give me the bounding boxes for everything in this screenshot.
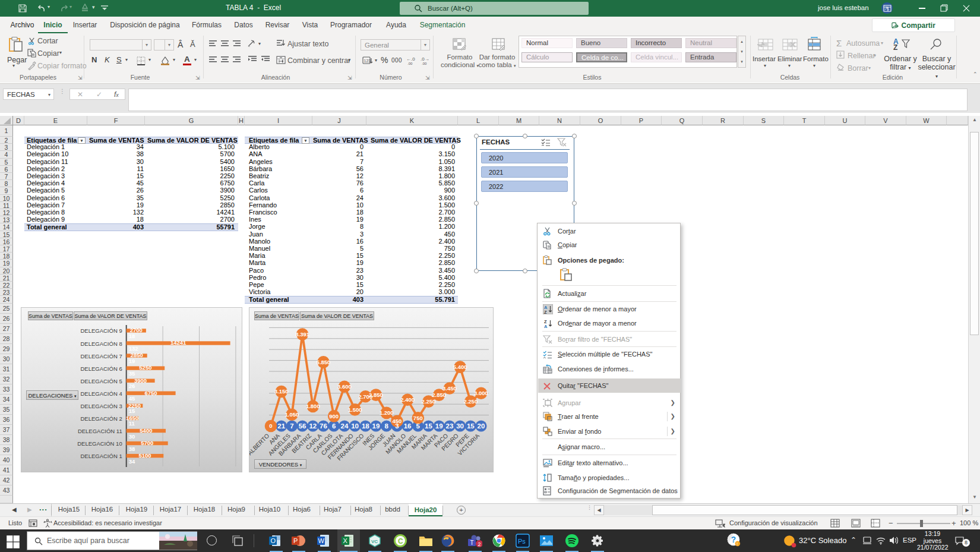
svg-text:DELEGACIÓN 8: DELEGACIÓN 8 (80, 340, 122, 347)
svg-text:W: W (318, 537, 325, 544)
svg-text:19: 19 (129, 358, 135, 364)
svg-text:56: 56 (299, 422, 306, 430)
svg-text:0: 0 (269, 422, 272, 429)
svg-text:26: 26 (129, 383, 135, 389)
svg-text:3.150: 3.150 (274, 388, 289, 395)
svg-text:2.400: 2.400 (400, 396, 415, 403)
svg-text:45: 45 (129, 395, 135, 402)
svg-text:3: 3 (395, 422, 399, 430)
svg-text:15: 15 (425, 422, 432, 430)
svg-text:18: 18 (129, 333, 135, 339)
svg-text:5250: 5250 (139, 364, 151, 371)
svg-text:O: O (271, 537, 276, 544)
svg-text:35: 35 (129, 370, 135, 377)
svg-text:DELEGACIÓN 3: DELEGACIÓN 3 (80, 403, 122, 409)
svg-text:Ps: Ps (518, 538, 526, 545)
svg-text:5100: 5100 (138, 452, 151, 459)
svg-text:2.250: 2.250 (463, 398, 478, 405)
svg-text:76: 76 (320, 422, 327, 430)
svg-text:6: 6 (332, 422, 336, 430)
svg-text:!: ! (736, 542, 738, 546)
svg-text:5: 5 (416, 422, 421, 430)
svg-text:DELEGACIÓN 7: DELEGACIÓN 7 (80, 353, 122, 359)
svg-text:DELEGACIÓN 11: DELEGACIÓN 11 (78, 428, 122, 434)
svg-text:2.850: 2.850 (432, 392, 446, 398)
svg-text:10: 10 (351, 422, 359, 430)
svg-text:14241: 14241 (170, 339, 186, 346)
svg-text:5.400: 5.400 (453, 364, 467, 370)
svg-text:DELEGACIÓN 9: DELEGACIÓN 9 (80, 327, 122, 334)
svg-text:1.200: 1.200 (380, 409, 394, 416)
svg-text:C: C (398, 537, 403, 545)
svg-text:1.500: 1.500 (348, 406, 362, 413)
svg-text:DELEGACIÓN 1: DELEGACIÓN 1 (80, 453, 122, 459)
svg-text:30: 30 (456, 422, 464, 430)
svg-text:123: 123 (364, 59, 371, 63)
svg-text:2: 2 (478, 541, 481, 547)
svg-text:5.850: 5.850 (317, 359, 331, 365)
svg-text:34: 34 (129, 458, 135, 465)
svg-text:19: 19 (435, 422, 443, 430)
svg-text:DELEGACIÓN 2: DELEGACIÓN 2 (80, 415, 122, 422)
svg-text:132: 132 (129, 345, 138, 352)
svg-text:6750: 6750 (145, 390, 157, 396)
svg-text:15: 15 (129, 408, 135, 414)
svg-text:19: 19 (372, 422, 380, 430)
svg-text:3900: 3900 (134, 377, 147, 384)
svg-text:8.391: 8.391 (295, 331, 309, 337)
svg-text:24: 24 (341, 422, 349, 430)
svg-text:23: 23 (446, 422, 454, 430)
svg-text:20: 20 (478, 422, 485, 430)
svg-text:3.450: 3.450 (442, 385, 457, 392)
svg-text:2.250: 2.250 (422, 398, 436, 405)
svg-text:750: 750 (413, 415, 423, 421)
svg-text:.00: .00 (407, 62, 413, 65)
svg-text:30: 30 (129, 433, 135, 440)
svg-text:15: 15 (467, 422, 475, 430)
svg-text:DELEGACIÓN 4: DELEGACIÓN 4 (80, 390, 122, 397)
svg-text:3.000: 3.000 (474, 390, 488, 396)
svg-text:21: 21 (277, 422, 285, 430)
svg-text:T: T (470, 540, 474, 546)
svg-text:16: 16 (404, 422, 412, 430)
svg-text:1.800: 1.800 (306, 403, 320, 409)
svg-text:900: 900 (329, 413, 339, 419)
svg-text:VC: VC (371, 539, 378, 544)
svg-text:DELEGACIÓN 6: DELEGACIÓN 6 (80, 365, 122, 372)
svg-text:8: 8 (384, 422, 388, 430)
svg-text:DELEGACIÓN 10: DELEGACIÓN 10 (77, 440, 122, 447)
svg-text:Z: Z (544, 310, 547, 315)
svg-text:DELEGACIÓN 5: DELEGACIÓN 5 (80, 378, 122, 384)
svg-text:5400: 5400 (140, 427, 152, 434)
svg-text:11: 11 (129, 420, 135, 427)
svg-text:X: X (343, 537, 348, 544)
svg-text:3.600: 3.600 (337, 383, 352, 390)
svg-text:38: 38 (129, 446, 135, 452)
svg-text:5700: 5700 (141, 440, 153, 446)
svg-text:1.050: 1.050 (285, 411, 299, 418)
svg-text:.00: .00 (422, 62, 427, 65)
svg-text:12: 12 (309, 422, 317, 430)
svg-text:18: 18 (362, 422, 369, 430)
svg-text:P: P (293, 537, 298, 544)
svg-text:7: 7 (290, 422, 293, 430)
svg-text:2.850: 2.850 (369, 392, 383, 398)
svg-text:A: A (544, 324, 548, 329)
